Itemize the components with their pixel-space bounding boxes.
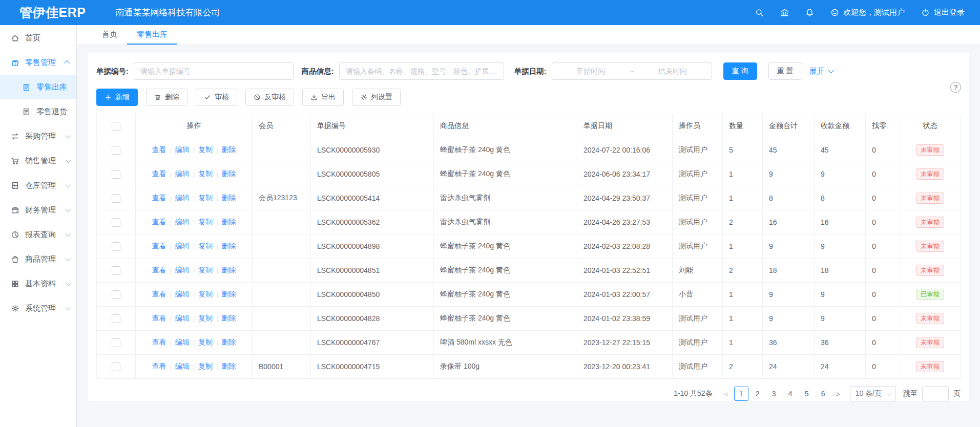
sidebar-item-1[interactable]: 零售管理 bbox=[0, 50, 76, 75]
end-date-input[interactable] bbox=[634, 67, 711, 76]
delete-link[interactable]: 删除 bbox=[222, 169, 236, 179]
search-icon[interactable] bbox=[755, 8, 764, 17]
delete-link[interactable]: 删除 bbox=[222, 218, 236, 227]
delete-link[interactable]: 删除 bbox=[222, 362, 236, 371]
view-link[interactable]: 查看 bbox=[152, 266, 166, 275]
page-button-5[interactable]: 5 bbox=[800, 387, 814, 401]
page-button-3[interactable]: 3 bbox=[767, 387, 781, 401]
status-badge: 未审核 bbox=[916, 168, 945, 180]
bill-no-input[interactable] bbox=[134, 62, 294, 80]
page-button-1[interactable]: 1 bbox=[734, 387, 748, 401]
select-all-checkbox[interactable] bbox=[112, 122, 120, 131]
view-link[interactable]: 查看 bbox=[152, 218, 166, 227]
date-range-input[interactable]: ~ bbox=[552, 62, 712, 80]
bell-icon[interactable] bbox=[805, 8, 814, 17]
edit-link[interactable]: 编辑 bbox=[175, 338, 190, 347]
page-button-4[interactable]: 4 bbox=[783, 387, 798, 401]
delete-link[interactable]: 删除 bbox=[222, 290, 236, 299]
view-link[interactable]: 查看 bbox=[152, 169, 166, 179]
search-button[interactable]: 查询 bbox=[723, 62, 757, 80]
copy-link[interactable]: 复制 bbox=[198, 266, 213, 275]
row-checkbox[interactable] bbox=[112, 242, 120, 251]
edit-link[interactable]: 编辑 bbox=[175, 194, 190, 203]
delete-button[interactable]: 删除 bbox=[146, 89, 187, 106]
row-checkbox[interactable] bbox=[112, 218, 120, 227]
logout-button[interactable]: 退出登录 bbox=[921, 8, 965, 17]
export-button[interactable]: 导出 bbox=[302, 89, 344, 106]
edit-link[interactable]: 编辑 bbox=[175, 290, 190, 299]
copy-link[interactable]: 复制 bbox=[198, 338, 213, 347]
edit-link[interactable]: 编辑 bbox=[175, 362, 190, 371]
view-link[interactable]: 查看 bbox=[152, 242, 166, 251]
copy-link[interactable]: 复制 bbox=[198, 242, 213, 251]
copy-link[interactable]: 复制 bbox=[198, 218, 213, 227]
sidebar-item-10[interactable]: 基本资料 bbox=[0, 271, 76, 296]
page-size-select[interactable]: 10 条/页 bbox=[850, 386, 896, 401]
copy-link[interactable]: 复制 bbox=[198, 314, 213, 323]
row-checkbox[interactable] bbox=[112, 338, 120, 347]
view-link[interactable]: 查看 bbox=[152, 362, 166, 371]
delete-link[interactable]: 删除 bbox=[222, 314, 236, 323]
sidebar-item-7[interactable]: 财务管理 bbox=[0, 198, 76, 222]
view-link[interactable]: 查看 bbox=[152, 194, 166, 203]
delete-link[interactable]: 删除 bbox=[222, 145, 236, 155]
view-link[interactable]: 查看 bbox=[152, 314, 166, 323]
help-icon[interactable]: ? bbox=[950, 82, 961, 93]
copy-link[interactable]: 复制 bbox=[198, 194, 213, 203]
unaudit-button[interactable]: 反审核 bbox=[245, 89, 294, 106]
sidebar-menu: 首页零售管理零售出库零售退货采购管理销售管理仓库管理财务管理报表查询商品管理基本… bbox=[0, 26, 76, 321]
prev-page-button[interactable]: < bbox=[720, 387, 733, 401]
plus-icon bbox=[105, 94, 112, 101]
user-menu[interactable]: 欢迎您，测试用户 bbox=[830, 8, 905, 17]
start-date-input[interactable] bbox=[552, 67, 630, 76]
edit-link[interactable]: 编辑 bbox=[175, 169, 190, 179]
edit-link[interactable]: 编辑 bbox=[175, 266, 190, 275]
jump-page-input[interactable] bbox=[922, 386, 949, 401]
page-button-2[interactable]: 2 bbox=[750, 387, 765, 401]
copy-link[interactable]: 复制 bbox=[198, 169, 213, 179]
view-link[interactable]: 查看 bbox=[152, 145, 166, 155]
delete-link[interactable]: 删除 bbox=[222, 194, 236, 203]
edit-link[interactable]: 编辑 bbox=[175, 218, 190, 227]
delete-link[interactable]: 删除 bbox=[222, 266, 236, 275]
sidebar-item-3[interactable]: 零售退货 bbox=[0, 99, 76, 124]
edit-link[interactable]: 编辑 bbox=[175, 242, 190, 251]
reset-button[interactable]: 重置 bbox=[768, 62, 802, 80]
edit-link[interactable]: 编辑 bbox=[175, 314, 190, 323]
row-checkbox[interactable] bbox=[112, 146, 120, 155]
row-checkbox[interactable] bbox=[112, 266, 120, 275]
column-settings-button[interactable]: 列设置 bbox=[352, 89, 401, 106]
operator-cell: 小曹 bbox=[673, 283, 723, 306]
total-cell: 8 bbox=[763, 186, 815, 210]
audit-button[interactable]: 审核 bbox=[196, 89, 237, 106]
page-button-6[interactable]: 6 bbox=[816, 387, 830, 401]
next-page-button[interactable]: > bbox=[831, 387, 845, 401]
tab-retail-outbound[interactable]: 零售出库 bbox=[127, 25, 177, 45]
product-input[interactable] bbox=[339, 62, 504, 80]
sidebar-item-6[interactable]: 仓库管理 bbox=[0, 173, 76, 198]
add-button[interactable]: 新增 bbox=[96, 89, 138, 106]
row-checkbox[interactable] bbox=[112, 362, 120, 371]
view-link[interactable]: 查看 bbox=[152, 290, 166, 299]
sidebar-item-9[interactable]: 商品管理 bbox=[0, 247, 76, 271]
tab-home[interactable]: 首页 bbox=[92, 25, 127, 45]
sidebar-item-5[interactable]: 销售管理 bbox=[0, 148, 76, 173]
sidebar-item-0[interactable]: 首页 bbox=[0, 26, 76, 50]
copy-link[interactable]: 复制 bbox=[198, 362, 213, 371]
copy-link[interactable]: 复制 bbox=[198, 145, 213, 155]
bank-icon[interactable] bbox=[780, 8, 789, 17]
edit-link[interactable]: 编辑 bbox=[175, 145, 190, 155]
view-link[interactable]: 查看 bbox=[152, 338, 166, 347]
row-checkbox[interactable] bbox=[112, 194, 120, 203]
sidebar-item-11[interactable]: 系统管理 bbox=[0, 296, 76, 321]
delete-link[interactable]: 删除 bbox=[222, 338, 236, 347]
copy-link[interactable]: 复制 bbox=[198, 290, 213, 299]
row-checkbox[interactable] bbox=[112, 170, 120, 179]
row-checkbox[interactable] bbox=[112, 290, 120, 299]
row-checkbox[interactable] bbox=[112, 314, 120, 323]
sidebar-item-2[interactable]: 零售出库 bbox=[0, 75, 76, 99]
expand-link[interactable]: 展开 bbox=[809, 67, 832, 76]
sidebar-item-8[interactable]: 报表查询 bbox=[0, 222, 76, 247]
delete-link[interactable]: 删除 bbox=[222, 242, 236, 251]
sidebar-item-4[interactable]: 采购管理 bbox=[0, 124, 76, 148]
